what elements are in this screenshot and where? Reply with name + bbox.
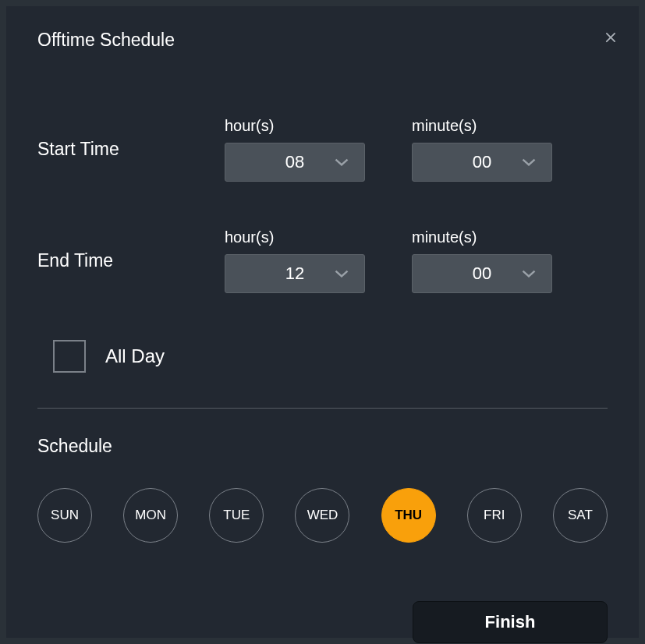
close-button[interactable] <box>600 28 622 50</box>
end-minute-label: minute(s) <box>412 228 552 246</box>
day-sat[interactable]: SAT <box>553 488 608 543</box>
day-thu[interactable]: THU <box>381 488 436 543</box>
start-hour-label: hour(s) <box>225 117 365 135</box>
day-mon[interactable]: MON <box>123 488 178 543</box>
chevron-down-icon <box>333 154 350 171</box>
start-time-row: Start Time hour(s) 08 minute(s) 00 <box>37 117 608 182</box>
start-minute-select[interactable]: 00 <box>412 143 552 182</box>
modal-title: Offtime Schedule <box>37 30 608 51</box>
end-hour-select[interactable]: 12 <box>225 254 365 293</box>
day-tue[interactable]: TUE <box>209 488 264 543</box>
all-day-row: All Day <box>37 340 608 373</box>
all-day-label: All Day <box>105 345 165 367</box>
finish-button[interactable]: Finish <box>413 601 608 643</box>
day-sun[interactable]: SUN <box>37 488 92 543</box>
end-hour-value: 12 <box>285 264 304 284</box>
all-day-checkbox[interactable] <box>53 340 86 373</box>
schedule-title: Schedule <box>37 436 608 457</box>
start-time-label: Start Time <box>37 139 225 160</box>
finish-button-label: Finish <box>485 612 536 632</box>
chevron-down-icon <box>520 265 537 282</box>
day-fri[interactable]: FRI <box>467 488 522 543</box>
offtime-schedule-modal: Offtime Schedule Start Time hour(s) 08 m… <box>6 6 639 638</box>
end-hour-label: hour(s) <box>225 228 365 246</box>
end-minute-select[interactable]: 00 <box>412 254 552 293</box>
start-hour-select[interactable]: 08 <box>225 143 365 182</box>
end-minute-value: 00 <box>473 264 491 284</box>
end-time-label: End Time <box>37 250 225 271</box>
start-minute-value: 00 <box>473 152 491 172</box>
close-icon <box>602 29 619 49</box>
divider <box>37 408 608 409</box>
day-wed[interactable]: WED <box>295 488 349 543</box>
chevron-down-icon <box>333 265 350 282</box>
end-time-row: End Time hour(s) 12 minute(s) 00 <box>37 228 608 293</box>
schedule-days-row: SUNMONTUEWEDTHUFRISAT <box>37 488 608 543</box>
start-minute-label: minute(s) <box>412 117 552 135</box>
chevron-down-icon <box>520 154 537 171</box>
start-hour-value: 08 <box>285 152 304 172</box>
